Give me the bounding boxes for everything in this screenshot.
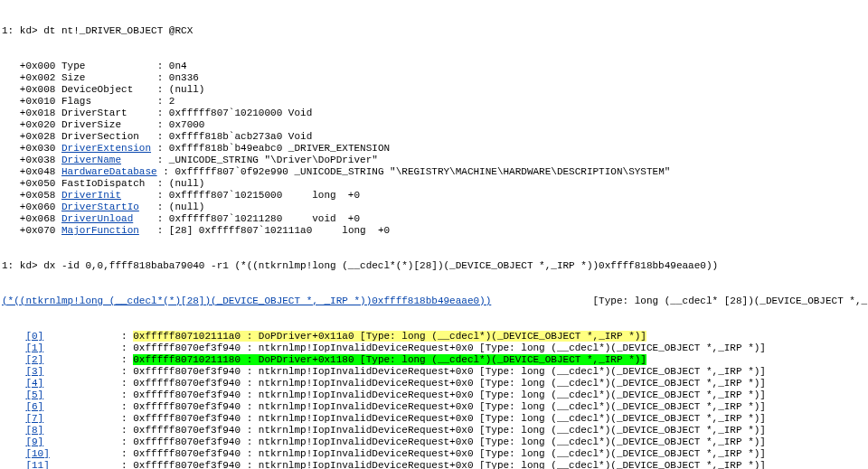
debugger-output: 1: kd> dt nt!_DRIVER_OBJECT @RCX +0x000 … [0,0,868,469]
field-offset: +0x002 [2,72,61,83]
entry-value: 0xfffff8070ef3f940 : ntkrnlmp!IopInvalid… [133,342,766,353]
field-name[interactable]: HardwareDatabase [61,166,157,177]
field-value: : 0xfffff807`10210000 Void [127,108,313,118]
struct-field: +0x028 DriverSection : 0xffff818b`acb273… [2,131,868,143]
array-entry: [0] : 0xfffff807102111a0 : DoPDriver+0x1… [2,331,868,342]
field-name: DriverStart [61,108,127,118]
struct-field: +0x002 Size : 0n336 [2,72,868,84]
array-entry: [11] : 0xfffff8070ef3f940 : ntkrnlmp!Iop… [2,460,868,469]
struct-field: +0x000 Type : 0n4 [2,61,868,72]
field-value: : 0xffff818b`b49eabc0 _DRIVER_EXTENSION [151,143,390,154]
entry-value: 0xfffff8070ef3f940 : ntkrnlmp!IopInvalid… [133,436,766,447]
field-value: : 0x7000 [121,119,204,130]
struct-field: +0x020 DriverSize : 0x7000 [2,119,868,131]
entry-value: 0xfffff8070ef3f940 : ntkrnlmp!IopInvalid… [133,378,766,389]
field-name[interactable]: DriverName [61,155,121,165]
dx-header: (*((ntkrnlmp!long (__cdecl*(*)[28])(_DEV… [2,295,868,307]
array-entry: [9] : 0xfffff8070ef3f940 : ntkrnlmp!IopI… [2,436,868,448]
dx-header-tail: [Type: long (__cdecl* [28])(_DEVICE_OBJE… [491,295,868,306]
entry-index-link[interactable]: [8] [25,425,43,436]
field-name[interactable]: DriverUnload [61,213,133,224]
array-entry: [6] : 0xfffff8070ef3f940 : ntkrnlmp!IopI… [2,401,868,413]
entry-index-link[interactable]: [10] [25,448,49,459]
entry-value: 0xfffff8070ef3f940 : ntkrnlmp!IopInvalid… [133,425,766,436]
entry-index-link[interactable]: [7] [25,413,43,424]
struct-field: +0x008 DeviceObject : (null) [2,84,868,96]
field-name: DeviceObject [61,84,133,95]
field-value: : _UNICODE_STRING "\Driver\DoPDriver" [121,155,378,165]
field-name: FastIoDispatch [61,178,145,189]
field-value: : 2 [91,96,175,107]
field-offset: +0x010 [2,96,61,107]
field-value: : [28] 0xfffff807`102111a0 long +0 [139,225,390,236]
array-entry: [10] : 0xfffff8070ef3f940 : ntkrnlmp!Iop… [2,448,868,460]
field-name[interactable]: MajorFunction [61,225,139,236]
field-offset: +0x028 [2,131,61,142]
field-name[interactable]: DriverInit [61,190,121,201]
struct-field: +0x010 Flags : 2 [2,96,868,108]
entry-value: 0xfffff8070ef3f940 : ntkrnlmp!IopInvalid… [133,413,766,424]
entry-index-link[interactable]: [0] [25,331,43,342]
struct-field: +0x048 HardwareDatabase : 0xfffff807`0f9… [2,166,868,178]
entry-value: 0xfffff8070ef3f940 : ntkrnlmp!IopInvalid… [133,366,766,377]
field-value: : 0xffff818b`acb273a0 Void [139,131,312,142]
array-entry: [3] : 0xfffff8070ef3f940 : ntkrnlmp!IopI… [2,366,868,378]
field-value: : (null) [145,178,204,189]
entry-index-link[interactable]: [11] [25,460,49,469]
field-name: Type [61,61,85,71]
struct-field: +0x018 DriverStart : 0xfffff807`10210000… [2,108,868,119]
field-value: : (null) [133,84,204,95]
cmd-line-2: 1: kd> dx -id 0,0,ffff818baba79040 -r1 (… [2,260,868,272]
field-value: : 0xfffff807`10211280 void +0 [133,213,360,224]
field-offset: +0x070 [2,225,61,236]
entry-value: 0xfffff8070ef3f940 : ntkrnlmp!IopInvalid… [133,460,766,469]
field-offset: +0x008 [2,84,61,95]
field-name: Flags [61,96,91,107]
field-name: DriverSize [61,119,121,130]
struct-field: +0x058 DriverInit : 0xfffff807`10215000 … [2,190,868,202]
struct-field: +0x068 DriverUnload : 0xfffff807`1021128… [2,213,868,225]
field-value: : 0n4 [85,61,186,71]
array-entry: [8] : 0xfffff8070ef3f940 : ntkrnlmp!IopI… [2,425,868,436]
field-offset: +0x018 [2,108,61,118]
entry-index-link[interactable]: [4] [25,378,43,389]
entry-index-link[interactable]: [5] [25,389,43,400]
field-value: : 0xfffff807`10215000 long +0 [121,190,360,201]
field-name[interactable]: DriverStartIo [61,202,139,212]
array-entry: [2] : 0xfffff80710211180 : DoPDriver+0x1… [2,354,868,366]
field-value: : 0n336 [85,72,198,83]
entry-index-link[interactable]: [9] [25,436,43,447]
entry-index-link[interactable]: [6] [25,401,43,412]
entry-index-link[interactable]: [2] [25,354,43,365]
field-offset: +0x020 [2,119,61,130]
field-offset: +0x030 [2,143,61,154]
field-value: : 0xfffff807`0f92e990 _UNICODE_STRING "\… [157,166,671,177]
array-entry: [7] : 0xfffff8070ef3f940 : ntkrnlmp!IopI… [2,413,868,425]
entry-value: 0xfffff8070ef3f940 : ntkrnlmp!IopInvalid… [133,389,766,400]
cmd-line-1: 1: kd> dt nt!_DRIVER_OBJECT @RCX [2,25,868,37]
field-offset: +0x038 [2,155,61,165]
struct-field: +0x060 DriverStartIo : (null) [2,202,868,213]
field-offset: +0x068 [2,213,61,224]
field-offset: +0x060 [2,202,61,212]
field-offset: +0x058 [2,190,61,201]
struct-field: +0x070 MajorFunction : [28] 0xfffff807`1… [2,225,868,237]
entry-value: 0xfffff80710211180 : DoPDriver+0x1180 [T… [133,354,646,365]
entry-value: 0xfffff8070ef3f940 : ntkrnlmp!IopInvalid… [133,448,766,459]
field-offset: +0x000 [2,61,61,71]
struct-field: +0x050 FastIoDispatch : (null) [2,178,868,190]
entry-value: 0xfffff807102111a0 : DoPDriver+0x11a0 [T… [133,331,646,342]
entry-index-link[interactable]: [3] [25,366,43,377]
array-entry: [4] : 0xfffff8070ef3f940 : ntkrnlmp!IopI… [2,378,868,389]
field-value: : (null) [139,202,205,212]
dx-header-link[interactable]: (*((ntkrnlmp!long (__cdecl*(*)[28])(_DEV… [2,295,491,306]
field-offset: +0x050 [2,178,61,189]
entry-index-link[interactable]: [1] [25,342,43,353]
entry-value: 0xfffff8070ef3f940 : ntkrnlmp!IopInvalid… [133,401,766,412]
field-offset: +0x048 [2,166,61,177]
field-name[interactable]: DriverExtension [61,143,151,154]
array-entry: [1] : 0xfffff8070ef3f940 : ntkrnlmp!IopI… [2,342,868,354]
struct-field: +0x030 DriverExtension : 0xffff818b`b49e… [2,143,868,155]
field-name: DriverSection [61,131,139,142]
field-name: Size [61,72,85,83]
